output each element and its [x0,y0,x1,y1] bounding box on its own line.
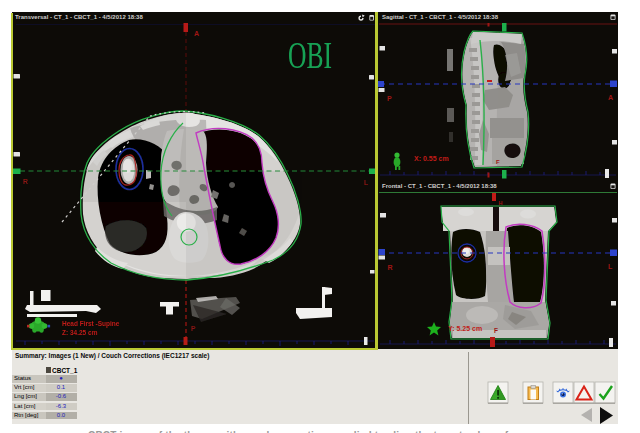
svg-text:A: A [194,30,199,37]
svg-text:OBI: OBI [288,34,332,76]
svg-text:P: P [387,95,392,102]
svg-text:Head First -Supine: Head First -Supine [62,320,120,328]
svg-text:A: A [608,94,613,101]
svg-text:L: L [608,263,613,270]
svg-text:L: L [364,179,369,186]
svg-text:R: R [388,264,393,271]
svg-text:X: 0.55 cm: X: 0.55 cm [414,155,449,162]
svg-text:Z: 34.25 cm: Z: 34.25 cm [62,329,98,336]
svg-text:R: R [23,178,28,185]
svg-text:F: F [496,159,500,165]
svg-text:H: H [499,200,503,206]
svg-text:Y: 5.25 cm: Y: 5.25 cm [448,325,482,332]
svg-text:P: P [191,325,196,332]
svg-text:F: F [494,327,498,334]
